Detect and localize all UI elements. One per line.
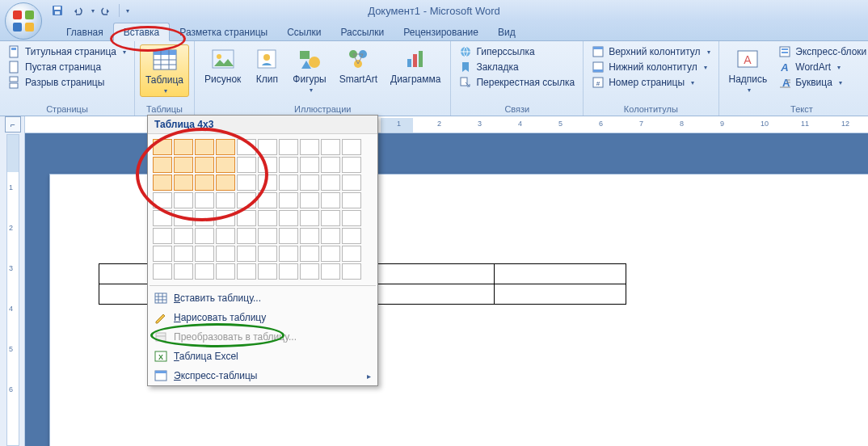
qat-customize[interactable]: ▾ (126, 7, 129, 15)
grid-cell[interactable] (153, 139, 172, 155)
chart-button[interactable]: Диаграмма (386, 44, 445, 86)
grid-cell[interactable] (216, 139, 235, 155)
grid-cell[interactable] (153, 192, 172, 208)
shapes-button[interactable]: Фигуры▾ (288, 44, 331, 95)
save-button[interactable] (48, 2, 66, 19)
grid-cell[interactable] (195, 210, 214, 226)
footer-button[interactable]: Нижний колонтитул▾ (588, 60, 713, 74)
grid-cell[interactable] (258, 263, 277, 280)
wordart-button[interactable]: AWordArt▾ (775, 60, 868, 74)
bookmark-button[interactable]: Закладка (456, 60, 578, 74)
grid-cell[interactable] (237, 210, 256, 226)
redo-button[interactable] (97, 2, 115, 19)
grid-cell[interactable] (321, 228, 340, 244)
grid-cell[interactable] (258, 192, 277, 208)
grid-cell[interactable] (216, 210, 235, 226)
tab-review[interactable]: Рецензирование (394, 23, 488, 40)
grid-cell[interactable] (153, 157, 172, 173)
header-button[interactable]: Верхний колонтитул▾ (588, 44, 713, 59)
textbox-button[interactable]: AНадпись▾ (724, 44, 773, 95)
clip-button[interactable]: Клип (249, 44, 284, 86)
grid-cell[interactable] (342, 263, 361, 280)
grid-cell[interactable] (174, 246, 193, 262)
dropcap-button[interactable]: AБуквица▾ (775, 75, 868, 90)
grid-cell[interactable] (321, 210, 340, 226)
grid-cell[interactable] (258, 157, 277, 173)
grid-cell[interactable] (258, 246, 277, 262)
office-button[interactable] (5, 2, 42, 40)
grid-cell[interactable] (195, 175, 214, 191)
quick-tables-item[interactable]: Экспресс-таблицы▸ (148, 366, 377, 385)
tab-mailings[interactable]: Рассылки (331, 23, 394, 40)
grid-cell[interactable] (342, 228, 361, 244)
grid-cell[interactable] (321, 263, 340, 280)
grid-cell[interactable] (279, 263, 298, 280)
grid-cell[interactable] (321, 246, 340, 262)
tab-view[interactable]: Вид (488, 23, 525, 40)
grid-cell[interactable] (279, 228, 298, 244)
grid-cell[interactable] (342, 246, 361, 262)
grid-cell[interactable] (279, 210, 298, 226)
grid-cell[interactable] (195, 228, 214, 244)
grid-cell[interactable] (237, 228, 256, 244)
grid-cell[interactable] (342, 210, 361, 226)
grid-cell[interactable] (153, 175, 172, 191)
grid-cell[interactable] (174, 139, 193, 155)
grid-cell[interactable] (321, 139, 340, 155)
grid-cell[interactable] (279, 157, 298, 173)
grid-cell[interactable] (300, 228, 319, 244)
grid-cell[interactable] (321, 192, 340, 208)
grid-cell[interactable] (321, 157, 340, 173)
quickparts-button[interactable]: Экспресс-блоки▾ (775, 44, 868, 59)
grid-cell[interactable] (279, 192, 298, 208)
grid-cell[interactable] (258, 228, 277, 244)
grid-cell[interactable] (195, 246, 214, 262)
grid-cell[interactable] (216, 175, 235, 191)
picture-button[interactable]: Рисунок (200, 44, 246, 86)
grid-cell[interactable] (258, 139, 277, 155)
tab-selector[interactable]: ⌐ (5, 116, 21, 133)
grid-cell[interactable] (300, 139, 319, 155)
grid-cell[interactable] (195, 192, 214, 208)
excel-table-item[interactable]: XТаблица Excel (148, 347, 377, 366)
grid-cell[interactable] (216, 263, 235, 280)
grid-cell[interactable] (279, 139, 298, 155)
grid-cell[interactable] (174, 157, 193, 173)
crossref-button[interactable]: Перекрестная ссылка (456, 75, 578, 90)
page-break-button[interactable]: Разрыв страницы (5, 75, 129, 90)
grid-cell[interactable] (174, 192, 193, 208)
grid-cell[interactable] (237, 175, 256, 191)
grid-cell[interactable] (174, 210, 193, 226)
grid-cell[interactable] (174, 175, 193, 191)
grid-cell[interactable] (237, 139, 256, 155)
blank-page-button[interactable]: Пустая страница (5, 60, 129, 74)
grid-cell[interactable] (174, 263, 193, 280)
grid-cell[interactable] (216, 246, 235, 262)
grid-cell[interactable] (342, 175, 361, 191)
tab-references[interactable]: Ссылки (277, 23, 331, 40)
grid-cell[interactable] (258, 210, 277, 226)
grid-cell[interactable] (153, 246, 172, 262)
grid-cell[interactable] (216, 157, 235, 173)
grid-cell[interactable] (216, 228, 235, 244)
grid-cell[interactable] (237, 246, 256, 262)
grid-cell[interactable] (300, 263, 319, 280)
grid-cell[interactable] (153, 263, 172, 280)
grid-cell[interactable] (216, 192, 235, 208)
table-size-grid[interactable] (148, 134, 377, 283)
grid-cell[interactable] (237, 157, 256, 173)
undo-button[interactable] (69, 2, 86, 19)
insert-table-item[interactable]: Вставить таблицу... (148, 288, 377, 308)
grid-cell[interactable] (195, 157, 214, 173)
grid-cell[interactable] (195, 139, 214, 155)
tab-insert[interactable]: Вставка (113, 23, 171, 41)
grid-cell[interactable] (279, 175, 298, 191)
grid-cell[interactable] (258, 175, 277, 191)
grid-cell[interactable] (237, 192, 256, 208)
grid-cell[interactable] (153, 210, 172, 226)
smartart-button[interactable]: SmartArt (335, 44, 382, 86)
grid-cell[interactable] (300, 175, 319, 191)
grid-cell[interactable] (321, 175, 340, 191)
grid-cell[interactable] (300, 192, 319, 208)
grid-cell[interactable] (279, 246, 298, 262)
